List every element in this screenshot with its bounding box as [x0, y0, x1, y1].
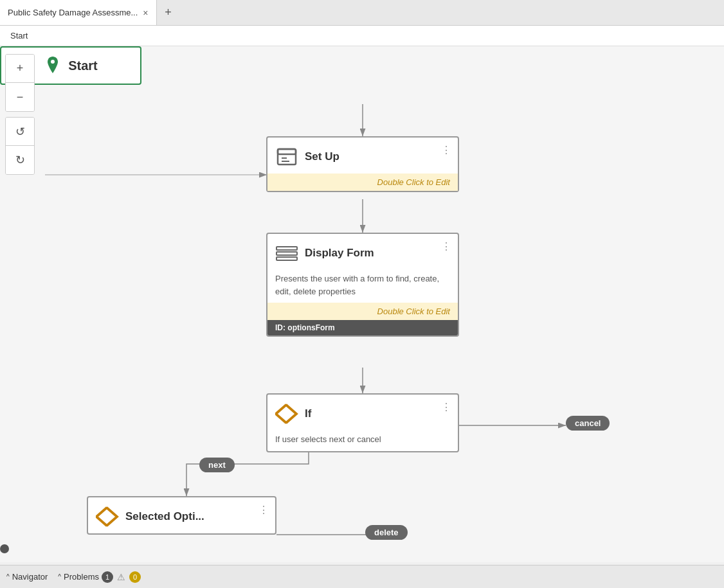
status-bar: ^ Navigator ^ Problems 1 ⚠ 0 [0, 565, 724, 588]
setup-node-edit[interactable]: Double Click to Edit [267, 174, 458, 191]
setup-node-header: Set Up ⋮ [267, 138, 458, 174]
start-node-label: Start [68, 58, 98, 73]
breadcrumb: Start [0, 26, 724, 46]
svg-point-6 [51, 60, 55, 64]
warning-badge: 0 [129, 571, 141, 583]
if-node-body: If user selects next or cancel [267, 431, 458, 451]
if-node-menu[interactable]: ⋮ [441, 401, 451, 413]
setup-node[interactable]: Set Up ⋮ Double Click to Edit [266, 136, 459, 192]
setup-icon [275, 145, 298, 168]
display-form-id: ID: optionsForm [267, 320, 458, 335]
svg-rect-12 [276, 247, 297, 250]
svg-marker-17 [97, 508, 118, 526]
selected-opti-title: Selected Opti... [125, 510, 204, 523]
if-node-header: If ⋮ [267, 395, 458, 431]
svg-rect-14 [276, 257, 297, 260]
svg-marker-15 [276, 405, 297, 423]
branch-cancel-label: cancel [566, 416, 610, 431]
zoom-out-button[interactable]: − [6, 83, 34, 111]
svg-rect-13 [276, 252, 297, 255]
display-form-body: Presents the user with a form to find, c… [267, 270, 458, 303]
display-form-header: Display Form ⋮ [267, 234, 458, 270]
form-icon [275, 242, 298, 265]
branch-next-label: next [199, 458, 235, 472]
problems-chevron: ^ [58, 573, 61, 580]
svg-marker-18 [96, 508, 116, 526]
svg-marker-16 [275, 405, 296, 423]
navigator-button[interactable]: ^ Navigator [6, 572, 48, 582]
selected-opti-header: Selected Opti... ⋮ [88, 497, 275, 533]
tab-title: Public Safety Damage Assessme... [8, 8, 138, 17]
svg-rect-7 [278, 149, 296, 165]
tab-add-button[interactable]: + [157, 0, 180, 25]
selected-opti-menu[interactable]: ⋮ [258, 504, 269, 516]
navigator-chevron: ^ [6, 573, 10, 580]
active-tab[interactable]: Public Safety Damage Assessme... × [0, 0, 157, 25]
display-form-node[interactable]: Display Form ⋮ Presents the user with a … [266, 233, 459, 337]
left-edge-dot [0, 544, 9, 553]
zoom-in-button[interactable]: + [6, 55, 34, 83]
canvas-area: + − ↺ ↻ [0, 46, 724, 562]
selected-opti-node[interactable]: Selected Opti... ⋮ [87, 496, 276, 535]
setup-node-title: Set Up [305, 150, 339, 163]
display-form-title: Display Form [305, 247, 374, 260]
problems-button[interactable]: ^ Problems 1 ⚠ 0 [58, 571, 141, 583]
if-node-title: If [305, 407, 311, 420]
pin-icon [44, 57, 62, 75]
tab-close-button[interactable]: × [143, 8, 148, 18]
svg-rect-8 [278, 149, 296, 154]
redo-button[interactable]: ↻ [6, 146, 34, 174]
if-node[interactable]: If ⋮ If user selects next or cancel [266, 393, 459, 452]
error-badge: 1 [102, 571, 113, 583]
display-form-menu[interactable]: ⋮ [441, 240, 451, 253]
undo-button[interactable]: ↺ [6, 118, 34, 146]
display-form-edit[interactable]: Double Click to Edit [267, 303, 458, 320]
setup-node-menu[interactable]: ⋮ [441, 144, 451, 156]
branch-delete-label: delete [365, 525, 408, 540]
if-icon [275, 402, 298, 425]
selected-opti-icon [96, 505, 119, 528]
left-toolbar: + − ↺ ↻ [5, 54, 35, 175]
